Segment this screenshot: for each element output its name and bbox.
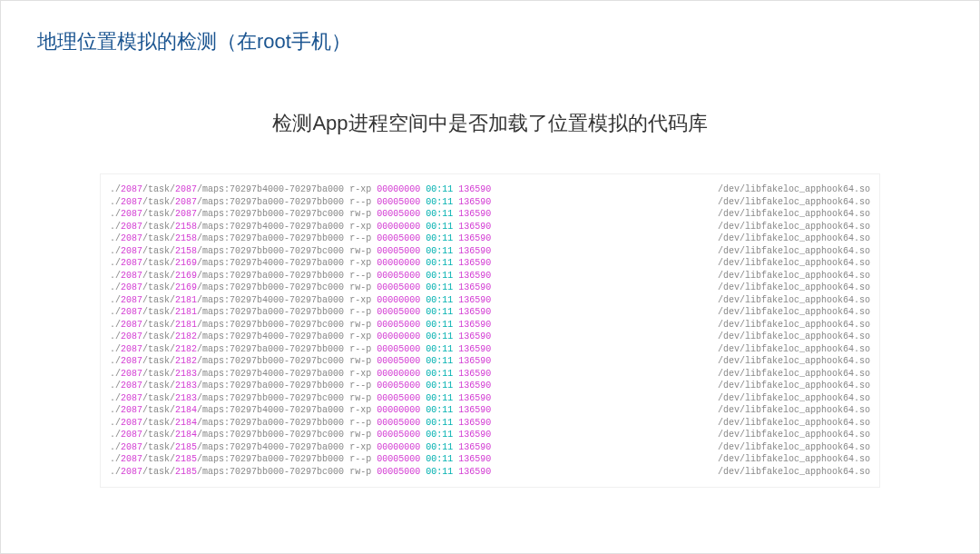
code-line: ./2087/task/2182/maps:70297b4000-70297ba… [110, 331, 870, 343]
code-line: ./2087/task/2087/maps:70297b4000-70297ba… [110, 183, 870, 196]
code-line: ./2087/task/2184/maps:70297b4000-70297ba… [110, 404, 870, 417]
code-line: ./2087/task/2184/maps:70297bb000-70297bc… [110, 429, 870, 441]
code-line: ./2087/task/2181/maps:70297ba000-70297bb… [110, 306, 870, 319]
code-line: ./2087/task/2185/maps:70297b4000-70297ba… [110, 441, 870, 454]
code-line: ./2087/task/2183/maps:70297b4000-70297ba… [110, 368, 870, 381]
code-line: ./2087/task/2183/maps:70297ba000-70297bb… [110, 380, 870, 392]
code-line: ./2087/task/2185/maps:70297ba000-70297bb… [110, 453, 870, 466]
code-line: ./2087/task/2158/maps:70297ba000-70297bb… [110, 232, 870, 245]
code-line: ./2087/task/2087/maps:70297ba000-70297bb… [110, 196, 870, 209]
slide-title: 地理位置模拟的检测（在root手机） [37, 28, 943, 55]
code-line: ./2087/task/2158/maps:70297b4000-70297ba… [110, 221, 870, 233]
code-line: ./2087/task/2158/maps:70297bb000-70297bc… [110, 245, 870, 258]
code-line: ./2087/task/2182/maps:70297ba000-70297bb… [110, 343, 870, 356]
code-line: ./2087/task/2184/maps:70297ba000-70297bb… [110, 417, 870, 430]
code-output: ./2087/task/2087/maps:70297b4000-70297ba… [100, 173, 880, 488]
slide-subtitle: 检测App进程空间中是否加载了位置模拟的代码库 [37, 110, 943, 137]
slide-container: 地理位置模拟的检测（在root手机） 检测App进程空间中是否加载了位置模拟的代… [0, 0, 980, 554]
code-line: ./2087/task/2181/maps:70297b4000-70297ba… [110, 294, 870, 307]
code-line: ./2087/task/2169/maps:70297bb000-70297bc… [110, 282, 870, 294]
code-line: ./2087/task/2181/maps:70297bb000-70297bc… [110, 319, 870, 331]
code-line: ./2087/task/2183/maps:70297bb000-70297bc… [110, 392, 870, 405]
code-line: ./2087/task/2185/maps:70297bb000-70297bc… [110, 466, 870, 479]
code-line: ./2087/task/2182/maps:70297bb000-70297bc… [110, 355, 870, 368]
code-line: ./2087/task/2169/maps:70297b4000-70297ba… [110, 257, 870, 270]
code-line: ./2087/task/2087/maps:70297bb000-70297bc… [110, 208, 870, 221]
code-line: ./2087/task/2169/maps:70297ba000-70297bb… [110, 270, 870, 282]
